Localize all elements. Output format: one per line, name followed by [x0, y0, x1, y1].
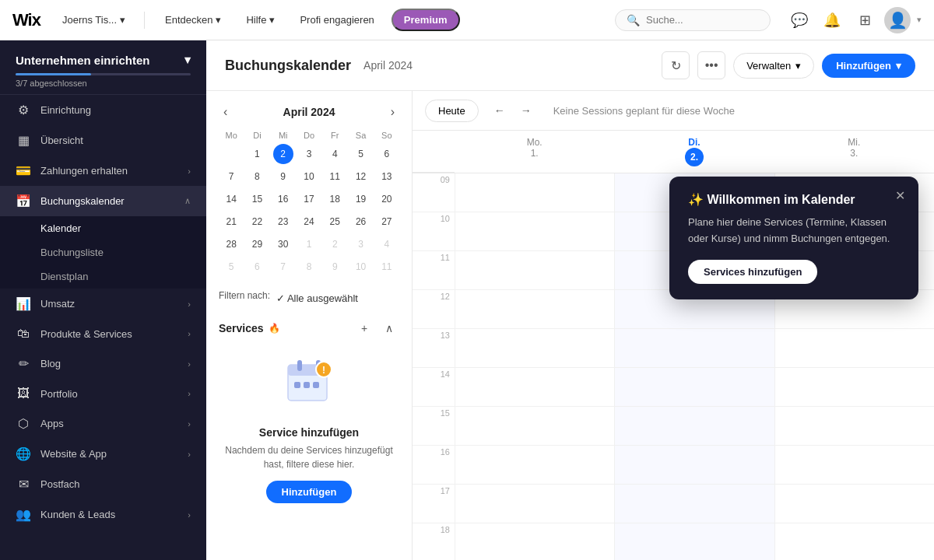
refresh-button[interactable]: ↻: [662, 51, 690, 79]
mini-cal-day-next-1[interactable]: 1: [299, 234, 319, 254]
cal-cell[interactable]: [775, 368, 934, 407]
manage-button[interactable]: Verwalten ▾: [733, 53, 814, 79]
sidebar-item-blog[interactable]: ✏ Blog ›: [0, 348, 206, 379]
mini-cal-day-next-8[interactable]: 8: [299, 257, 319, 277]
sidebar-item-postfach[interactable]: ✉ Postfach: [0, 469, 206, 499]
mini-cal-day-next-6[interactable]: 6: [247, 257, 267, 277]
mini-cal-day-next-9[interactable]: 9: [325, 257, 345, 277]
sidebar-item-einrichtung[interactable]: ⚙ Einrichtung: [0, 95, 206, 125]
cal-cell[interactable]: [455, 329, 614, 368]
mini-cal-day-12[interactable]: 12: [351, 166, 371, 187]
mini-cal-day-next-3[interactable]: 3: [351, 234, 371, 254]
mini-cal-day-next-11[interactable]: 11: [377, 257, 397, 277]
mini-cal-day-1[interactable]: 1: [247, 144, 267, 164]
cal-cell[interactable]: [455, 212, 614, 251]
mini-cal-day-23[interactable]: 23: [273, 212, 293, 232]
cal-cell[interactable]: [455, 251, 614, 290]
cal-cell[interactable]: [775, 329, 934, 368]
services-add-button[interactable]: Hinzufügen: [266, 481, 353, 503]
add-service-button[interactable]: +: [354, 318, 374, 338]
mini-cal-day-11[interactable]: 11: [325, 166, 345, 187]
prev-week-button[interactable]: ←: [488, 99, 511, 122]
cal-cell[interactable]: [775, 446, 934, 485]
mini-cal-day-next-10[interactable]: 10: [351, 257, 371, 277]
mini-cal-day-9[interactable]: 9: [273, 166, 293, 187]
cal-cell[interactable]: [455, 290, 614, 329]
mini-cal-day-20[interactable]: 20: [377, 189, 397, 209]
premium-button[interactable]: Premium: [392, 9, 460, 31]
mini-cal-day-next-4[interactable]: 4: [377, 234, 397, 254]
mini-cal-day-2-today[interactable]: 2: [273, 144, 293, 164]
sidebar-item-produkte[interactable]: 🛍 Produkte & Services ›: [0, 319, 206, 348]
setup-title[interactable]: Unternehmen einrichten ▾: [16, 53, 191, 67]
add-button[interactable]: Hinzufügen ▾: [822, 54, 915, 78]
mini-cal-day-30[interactable]: 30: [273, 234, 293, 254]
sidebar-item-website[interactable]: 🌐 Website & App ›: [0, 439, 206, 469]
sidebar-item-apps[interactable]: ⬡ Apps ›: [0, 408, 206, 439]
cal-cell[interactable]: [615, 407, 774, 446]
cal-cell[interactable]: [455, 407, 614, 446]
sidebar-item-buchungskalender[interactable]: 📅 Buchungskalender ∧: [0, 186, 206, 216]
sidebar-sub-dienstplan[interactable]: Dienstplan: [0, 264, 206, 289]
sidebar-item-zahlungen[interactable]: 💳 Zahlungen erhalten ›: [0, 156, 206, 186]
cal-cell[interactable]: [615, 368, 774, 407]
mini-cal-day-27[interactable]: 27: [377, 212, 397, 232]
cal-cell[interactable]: [615, 446, 774, 485]
nav-profi[interactable]: Profi engagieren: [292, 11, 381, 29]
sidebar-sub-kalender[interactable]: Kalender: [0, 216, 206, 240]
mini-cal-day-next-2[interactable]: 2: [325, 234, 345, 254]
mini-cal-day-18[interactable]: 18: [325, 189, 345, 209]
cal-cell[interactable]: [455, 523, 614, 560]
sidebar-item-umsatz[interactable]: 📊 Umsatz ›: [0, 289, 206, 319]
mini-cal-day-17[interactable]: 17: [299, 189, 319, 209]
search-input[interactable]: [646, 14, 755, 26]
mini-cal-day-6[interactable]: 6: [377, 144, 397, 164]
chat-icon-button[interactable]: 💬: [786, 7, 813, 33]
cal-cell[interactable]: [615, 485, 774, 523]
next-week-button[interactable]: →: [514, 99, 538, 122]
mini-cal-day-13[interactable]: 13: [377, 166, 397, 187]
mini-cal-day-16[interactable]: 16: [273, 189, 293, 209]
mini-cal-day-next-7[interactable]: 7: [273, 257, 293, 277]
cal-cell[interactable]: [775, 523, 934, 560]
sidebar-item-ubersicht[interactable]: ▦ Übersicht: [0, 125, 206, 156]
mini-cal-day-7[interactable]: 7: [221, 166, 241, 187]
mini-cal-day-8[interactable]: 8: [247, 166, 267, 187]
close-popup-button[interactable]: ✕: [890, 186, 909, 205]
filter-all-selected[interactable]: ✓ Alle ausgewählt: [276, 292, 358, 304]
bell-icon-button[interactable]: 🔔: [819, 7, 845, 33]
sidebar-item-portfolio[interactable]: 🖼 Portfolio ›: [0, 379, 206, 408]
mini-cal-day-10[interactable]: 10: [299, 166, 319, 187]
mini-cal-day-21[interactable]: 21: [221, 212, 241, 232]
mini-cal-day-14[interactable]: 14: [221, 189, 241, 209]
mini-cal-day-22[interactable]: 22: [247, 212, 267, 232]
prev-month-button[interactable]: ‹: [219, 103, 232, 121]
sidebar-sub-buchungsliste[interactable]: Buchungsliste: [0, 240, 206, 264]
mini-cal-day-3[interactable]: 3: [299, 144, 319, 164]
mini-cal-day[interactable]: [221, 144, 241, 164]
mini-cal-day-24[interactable]: 24: [299, 212, 319, 232]
avatar[interactable]: 👤: [884, 7, 911, 33]
cal-cell[interactable]: [615, 523, 774, 560]
welcome-popup-button[interactable]: Services hinzufügen: [688, 260, 817, 284]
mini-cal-day-26[interactable]: 26: [351, 212, 371, 232]
mini-cal-day-19[interactable]: 19: [351, 189, 371, 209]
search-bar[interactable]: 🔍: [615, 9, 771, 31]
mini-cal-day-29[interactable]: 29: [247, 234, 267, 254]
mini-cal-day-15[interactable]: 15: [247, 189, 267, 209]
mini-cal-day-28[interactable]: 28: [221, 234, 241, 254]
mini-cal-day-4[interactable]: 4: [325, 144, 345, 164]
cal-cell[interactable]: [455, 446, 614, 485]
mini-cal-day-next-5[interactable]: 5: [221, 257, 241, 277]
cal-cell[interactable]: [615, 329, 774, 368]
mini-cal-day-5[interactable]: 5: [351, 144, 371, 164]
cal-cell[interactable]: [455, 368, 614, 407]
site-selector[interactable]: Joerns Tis... ▾: [56, 11, 132, 29]
cal-cell[interactable]: [455, 485, 614, 523]
cal-col-mo[interactable]: [455, 173, 614, 560]
sidebar-item-kunden[interactable]: 👥 Kunden & Leads ›: [0, 499, 206, 530]
grid-icon-button[interactable]: ⊞: [851, 7, 878, 33]
cal-cell[interactable]: [455, 173, 614, 212]
today-button[interactable]: Heute: [425, 100, 479, 122]
cal-cell[interactable]: [775, 485, 934, 523]
